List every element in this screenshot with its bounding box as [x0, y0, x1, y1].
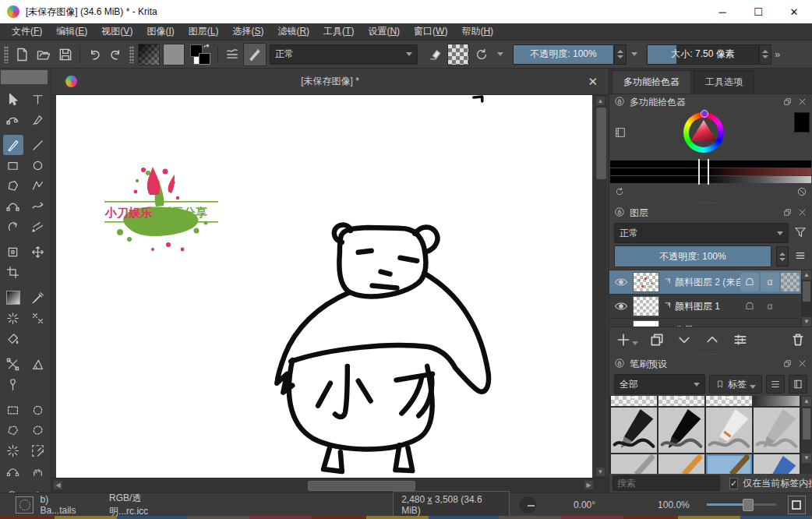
save-button[interactable]	[55, 44, 76, 65]
float-docker-icon[interactable]	[782, 97, 793, 109]
polygon-tool[interactable]	[3, 175, 23, 196]
refresh-icon[interactable]	[614, 186, 625, 199]
alpha-lock-icon[interactable]: α	[761, 321, 779, 327]
ellipse-select-tool[interactable]	[28, 400, 48, 420]
color-wheel[interactable]	[683, 112, 724, 153]
scroll-up-arrow[interactable]: ▲	[596, 97, 605, 105]
lock-docker-icon[interactable]	[614, 358, 625, 371]
close-docker-icon[interactable]	[797, 358, 807, 371]
toolbar-drag-handle-2[interactable]	[129, 46, 134, 63]
brush-preset-pen[interactable]	[706, 408, 752, 453]
magic-wand-select-tool[interactable]	[3, 440, 23, 461]
redo-button[interactable]	[105, 44, 127, 65]
similar-color-select-tool[interactable]	[28, 440, 48, 461]
layer-opacity-slider[interactable]: 不透明度: 100%	[614, 245, 771, 267]
add-layer-dropdown-arrow[interactable]	[632, 341, 638, 345]
freehand-select-tool[interactable]	[28, 420, 48, 440]
hue-knob[interactable]	[701, 110, 708, 118]
blending-mode-combobox[interactable]: 正常	[270, 44, 418, 65]
gradient-chooser[interactable]	[138, 44, 160, 65]
crop-tool[interactable]	[3, 262, 23, 282]
brush-size-spinner[interactable]	[759, 44, 771, 65]
zoom-level-value[interactable]: 100.0%	[658, 500, 690, 510]
toolbar-drag-handle[interactable]	[4, 46, 9, 63]
multibrush-tool[interactable]	[28, 216, 48, 236]
scroll-down-arrow[interactable]: ▼	[802, 317, 811, 327]
smart-patch-tool[interactable]	[3, 308, 23, 328]
canvas[interactable]: 小刀娱乐 乐于分享	[56, 95, 592, 478]
fill-tool[interactable]	[3, 328, 23, 348]
float-docker-icon[interactable]	[782, 207, 793, 220]
line-tool[interactable]	[28, 135, 48, 155]
canvas-rotation-value[interactable]: 0.00°	[574, 500, 595, 510]
lock-docker-icon[interactable]	[614, 207, 625, 220]
fit-page-button[interactable]	[788, 496, 806, 514]
move-layer-up-button[interactable]	[704, 332, 721, 348]
select-shapes-tool[interactable]	[3, 89, 23, 109]
opacity-dropdown-arrow[interactable]	[631, 52, 637, 56]
layer-visibility-eye-icon[interactable]	[609, 325, 633, 327]
brush-preset-brush[interactable]	[658, 454, 704, 474]
calligraphy-tool[interactable]	[28, 109, 48, 129]
assistants-tool[interactable]	[3, 354, 23, 374]
layer-row-1[interactable]: 颜料图层 1α	[609, 295, 812, 319]
menu-item-v[interactable]: 视图(V)	[94, 23, 139, 40]
document-tab-title[interactable]: [未保存图像] *	[51, 75, 609, 88]
layer-filter-icon[interactable]	[793, 225, 807, 242]
horizontal-scrollbar[interactable]: ◀ ▶	[51, 478, 609, 493]
duplicate-layer-button[interactable]	[649, 332, 665, 348]
reload-brush-preset-button[interactable]	[471, 44, 492, 65]
maximize-button[interactable]: ☐	[740, 0, 776, 23]
alpha-channel-icon[interactable]	[781, 297, 800, 316]
bezier-curve-tool[interactable]	[3, 196, 23, 216]
polygon-select-tool[interactable]	[3, 420, 23, 440]
delete-layer-button[interactable]	[790, 332, 806, 348]
vertical-scrollbar[interactable]: ▲ ▼	[595, 95, 606, 478]
brush-preset-eraser[interactable]	[706, 396, 752, 406]
choose-workspace-button[interactable]	[221, 44, 243, 65]
eraser-mode-button[interactable]	[424, 44, 446, 65]
brush-preset-brush[interactable]	[611, 454, 657, 474]
scroll-down-arrow[interactable]: ▼	[596, 468, 605, 476]
inherit-alpha-icon[interactable]	[740, 273, 759, 291]
layer-name[interactable]: 颜料图层 1	[664, 300, 740, 313]
color-profile-text[interactable]: RGB/透明...rc.icc	[109, 492, 178, 518]
pattern-edit-tool[interactable]	[28, 308, 48, 328]
freehand-path-tool[interactable]	[28, 196, 48, 216]
color-sampler-tool[interactable]	[28, 288, 48, 308]
layer-thumbnail[interactable]	[633, 272, 659, 292]
layer-opacity-spinner[interactable]	[776, 246, 789, 267]
no-color-icon[interactable]	[796, 186, 807, 199]
pattern-chooser[interactable]	[163, 44, 185, 65]
opacity-slider[interactable]: 不透明度: 100%	[513, 44, 614, 65]
layer-scroll-thumb[interactable]	[803, 281, 810, 302]
float-docker-icon[interactable]	[782, 358, 793, 371]
layer-thumbnail[interactable]	[633, 320, 659, 327]
brush-search-input[interactable]	[613, 475, 720, 491]
brush-preset-pen[interactable]	[754, 408, 800, 453]
menu-item-l[interactable]: 图层(L)	[182, 23, 226, 40]
shade-strip-handle[interactable]	[698, 159, 709, 185]
menu-item-w[interactable]: 窗口(W)	[407, 23, 454, 40]
alpha-channel-icon[interactable]	[781, 273, 800, 291]
layer-visibility-eye-icon[interactable]	[609, 301, 633, 312]
scroll-up-arrow[interactable]: ▲	[802, 397, 811, 406]
edit-shapes-tool[interactable]	[3, 109, 23, 129]
layer-properties-button[interactable]	[732, 332, 749, 348]
background-color[interactable]	[199, 53, 210, 65]
layer-visibility-eye-icon[interactable]	[609, 277, 633, 288]
tab-tool-options[interactable]: 工具选项	[694, 70, 754, 94]
alpha-channel-icon[interactable]	[781, 321, 800, 327]
zoom-slider[interactable]	[707, 503, 777, 506]
layer-lock-icon[interactable]	[740, 321, 759, 327]
brush-grid-scrollbar[interactable]: ▲ ▼	[801, 396, 812, 474]
brush-preset-brush-selected[interactable]	[706, 454, 752, 474]
menu-item-h[interactable]: 帮助(H)	[454, 23, 500, 40]
hscroll-thumb[interactable]	[308, 481, 415, 491]
menu-item-s[interactable]: 选择(S)	[225, 23, 270, 40]
scroll-right-arrow[interactable]: ▶	[584, 481, 593, 489]
gradient-tool[interactable]	[3, 288, 23, 308]
brush-preset-smudge[interactable]	[754, 396, 800, 406]
alpha-lock-icon[interactable]: α	[761, 297, 779, 316]
new-document-button[interactable]	[11, 44, 33, 65]
